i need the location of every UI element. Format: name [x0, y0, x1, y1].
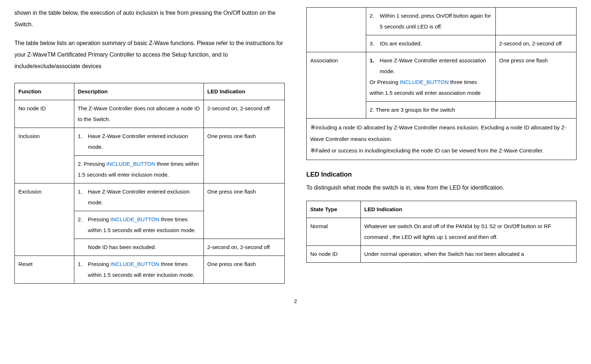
- header-led-indication: LED Indication: [360, 201, 576, 218]
- cell-led: One press one flash: [203, 128, 284, 183]
- step-num: 2.: [78, 214, 88, 236]
- step-text: Pressing INCLUDE_BUTTON three times with…: [88, 259, 200, 280]
- step-text: Within 1 second, press On/Off button aga…: [380, 10, 492, 32]
- functions-table: Function Description LED Indication No n…: [14, 83, 285, 284]
- cell-description: 3. IDs are excluded.: [366, 35, 495, 52]
- functions-table-continued: 2. Within 1 second, press On/Off button …: [306, 7, 577, 160]
- cell-function: Inclusion: [15, 128, 74, 183]
- table-header-row: State Type LED Indication: [307, 201, 577, 218]
- cell-led-indication: Whatever we switch On and off of the PAN…: [360, 218, 576, 246]
- notes-cell: ※Including a node ID allocated by Z-Wave…: [307, 119, 577, 160]
- cell-function: [307, 8, 366, 52]
- header-function: Function: [15, 83, 74, 100]
- right-column: 2. Within 1 second, press On/Off button …: [306, 7, 577, 291]
- step-text: Have Z-Wave Controller entered exclusion…: [88, 186, 200, 208]
- cell-description: 1. Have Z-Wave Controller entered exclus…: [74, 183, 203, 211]
- include-button-link: INCLUDE_BUTTON: [110, 261, 159, 267]
- step-num: [78, 242, 88, 253]
- cell-state: No node ID: [307, 246, 361, 263]
- step-num: 3.: [370, 38, 380, 49]
- table-row: Exclusion 1. Have Z-Wave Controller ente…: [15, 183, 285, 211]
- include-button-link: INCLUDE_BUTTON: [400, 79, 449, 85]
- include-button-link: INCLUDE_BUTTON: [106, 161, 156, 167]
- cell-led: [495, 102, 576, 119]
- step-num: 2.: [370, 10, 380, 32]
- or-text: Or Pressing INCLUDE_BUTTON three times w…: [370, 77, 492, 98]
- cell-description: Node ID has been excluded.: [74, 239, 203, 256]
- step-text: Have Z-Wave Controller entered associati…: [380, 55, 492, 77]
- cell-function: No node ID: [15, 100, 74, 128]
- intro-text: shown in the table below, the execution …: [14, 7, 285, 72]
- step-num: 1.: [78, 259, 88, 280]
- cell-description: 2. There are 3 groups for the switch: [366, 102, 495, 119]
- table-row: Normal Whatever we switch On and off of …: [307, 218, 577, 246]
- cell-description: 1. Have Z-Wave Controller entered inclus…: [74, 128, 203, 156]
- step-text: Node ID has been excluded.: [88, 242, 200, 253]
- step-text: Have Z-Wave Controller entered inclusion…: [88, 131, 200, 152]
- page-number: 2: [14, 298, 577, 304]
- step-pre: Pressing: [84, 161, 106, 167]
- left-column: shown in the table below, the execution …: [14, 7, 285, 291]
- cell-led-indication: Under normal operation, when the Switch …: [360, 246, 576, 263]
- note-1: ※Including a node ID allocated by Z-Wave…: [310, 121, 573, 145]
- cell-description: 2. Pressing INCLUDE_BUTTON three times w…: [74, 156, 203, 183]
- table-row: Inclusion 1. Have Z-Wave Controller ente…: [15, 128, 285, 156]
- include-button-link: INCLUDE_BUTTON: [110, 216, 159, 222]
- header-state: State Type: [307, 201, 361, 218]
- cell-led: One press one flash: [203, 256, 284, 284]
- led-indication-heading: LED Indication: [306, 171, 577, 178]
- cell-description: 2. Pressing INCLUDE_BUTTON three times w…: [74, 211, 203, 239]
- header-description: Description: [74, 83, 203, 100]
- step-num: 1.: [370, 55, 380, 77]
- cell-led: 2-second on, 2-second off: [203, 100, 284, 128]
- led-indication-table: State Type LED Indication Normal Whateve…: [306, 201, 577, 263]
- step-num: 1.: [78, 186, 88, 208]
- step-text: IDs are excluded.: [380, 38, 492, 49]
- table-row: No node ID Under normal operation, when …: [307, 246, 577, 263]
- cell-function: Exclusion: [15, 183, 74, 256]
- cell-description: The Z-Wave Controller does not allocate …: [74, 100, 203, 128]
- table-note-row: ※Including a node ID allocated by Z-Wave…: [307, 119, 577, 160]
- cell-led: One press one flash: [203, 183, 284, 239]
- cell-function: Association: [307, 52, 366, 119]
- cell-function: Reset: [15, 256, 74, 284]
- table-row: No node ID The Z-Wave Controller does no…: [15, 100, 285, 128]
- note-2: ※Failed or success in including/excludin…: [310, 145, 573, 157]
- cell-description: 1. Pressing INCLUDE_BUTTON three times w…: [74, 256, 203, 284]
- table-row: Reset 1. Pressing INCLUDE_BUTTON three t…: [15, 256, 285, 284]
- cell-description: 1. Have Z-Wave Controller entered associ…: [366, 52, 495, 102]
- cell-state: Normal: [307, 218, 361, 246]
- led-intro: To distinguish what mode the switch is i…: [306, 182, 577, 194]
- para-2: The table below lists an operation summa…: [14, 37, 285, 72]
- cell-description: 2. Within 1 second, press On/Off button …: [366, 8, 495, 35]
- cell-led: 2-second on, 2-second off: [495, 35, 576, 52]
- table-row: Association 1. Have Z-Wave Controller en…: [307, 52, 577, 102]
- table-row: 2. Within 1 second, press On/Off button …: [307, 8, 577, 35]
- cell-led: 2-second on, 2-second off: [203, 239, 284, 256]
- step-prefix: 2.: [78, 161, 83, 167]
- header-led: LED Indication: [203, 83, 284, 100]
- cell-led: One press one flash: [495, 52, 576, 102]
- table-header-row: Function Description LED Indication: [15, 83, 285, 100]
- step-num: 1.: [78, 131, 88, 152]
- step-text: Pressing INCLUDE_BUTTON three times with…: [88, 214, 200, 236]
- para-1: shown in the table below, the execution …: [14, 7, 285, 30]
- cell-led: [495, 8, 576, 35]
